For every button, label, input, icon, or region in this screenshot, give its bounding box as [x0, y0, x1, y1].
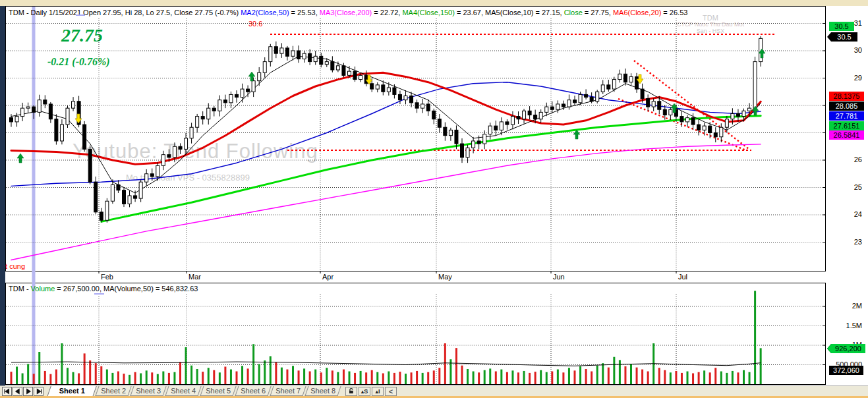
watermark-symbol-corner: TDM CTCP Nuoc Thu Dau Mot San - HSX [664, 14, 757, 34]
sheet-tab-7[interactable]: Sheet 7 [270, 386, 306, 396]
sheet-tab-3[interactable]: Sheet 3 [130, 386, 166, 396]
sheet-tab-5[interactable]: Sheet 5 [200, 386, 236, 396]
sheet-tab-label: Sheet 2 [98, 386, 129, 395]
volume-title-segment: Volume [31, 285, 55, 293]
lock-button[interactable] [345, 387, 357, 396]
price-title-segment: = 23.67, [455, 9, 485, 16]
volume-chart-pane[interactable] [5, 283, 826, 385]
first-icon [3, 387, 11, 395]
price-title-segment: = 27.75, [583, 9, 613, 16]
watermark-exchange: San - HSX [664, 28, 757, 34]
volume-title-segment: = 267,500.00, MA(Volume,50) = 546,832.63 [55, 285, 198, 293]
price-pane-title: TDM - Daily 1/15/2021 Open 27.95, Hi 28,… [9, 9, 687, 16]
last-price-display: 27.75 [61, 25, 103, 46]
sheet-tab-2[interactable]: Sheet 2 [95, 386, 131, 396]
watermark-company: CTCP Nuoc Thu Dau Mot [664, 21, 757, 28]
sheet-tab-6[interactable]: Sheet 6 [235, 386, 271, 396]
next-icon [24, 387, 32, 395]
sheet-tab-label: Sheet 1 [49, 386, 94, 395]
price-title-segment: MA4(Close,150) [402, 9, 454, 16]
price-chart-pane[interactable] [5, 6, 826, 271]
last-sheet-button[interactable] [34, 387, 43, 396]
price-title-segment: MA3(Close,200) [320, 9, 372, 16]
date-axis-strip [5, 271, 826, 283]
price-title-segment: TDM - Daily 1/15/2021 Open 27.95, Hi 28,… [9, 9, 241, 16]
title-cursor-dash [76, 14, 85, 16]
price-title-segment: MA6(Close,20) [613, 9, 661, 16]
sheet-tab-label: Sheet 3 [132, 386, 164, 395]
sheet-tab-4[interactable]: Sheet 4 [165, 386, 201, 396]
price-title-segment: = 25.53, [289, 9, 320, 16]
sheet-tab-label: Sheet 6 [237, 386, 269, 395]
first-sheet-button[interactable] [2, 387, 12, 396]
chart-application-window: TDM - Daily 1/15/2021 Open 27.95, Hi 28,… [0, 0, 868, 398]
volume-title-cursor-dash [94, 293, 104, 295]
interval-button[interactable]: ▴I [372, 387, 384, 396]
sheet-tab-label: Sheet 4 [167, 386, 199, 395]
price-axis-area [826, 6, 868, 385]
sheet-tab-label: Sheet 7 [272, 386, 304, 395]
sheet-tab-8[interactable]: Sheet 8 [304, 386, 341, 396]
left-window-border [0, 6, 5, 398]
price-title-segment: = 26.53 [661, 9, 687, 16]
scale-button[interactable]: ▴S [359, 387, 370, 396]
volume-pane-title: TDM - Volume = 267,500.00, MA(Volume,50)… [9, 285, 198, 293]
price-change-display: -0.21 (-0.76%) [47, 56, 110, 68]
last-icon [34, 387, 43, 395]
watermark-main: Youtube: Trend Following [72, 140, 318, 163]
price-title-segment: Close [564, 9, 583, 16]
sheet-tab-label: Sheet 5 [202, 386, 234, 395]
top-toolbar-strip [0, 0, 868, 6]
watermark-sub: Mo tai khoan VPS - 0355828899 [126, 173, 250, 183]
price-title-segment: MA5(Close,10) [485, 9, 533, 16]
price-title-segment: = 22.72, [372, 9, 402, 16]
sheet-tab-1[interactable]: Sheet 1 [47, 386, 97, 397]
prev-sheet-button[interactable] [13, 387, 22, 396]
price-title-segment: = 27.15, [533, 9, 564, 16]
resistance-line-label: 30.6 [248, 20, 262, 28]
lock-icon [348, 387, 355, 395]
prev-icon [13, 387, 22, 395]
collapse-tabs-button[interactable]: < [385, 387, 397, 396]
next-sheet-button[interactable] [23, 387, 33, 396]
sheet-tab-label: Sheet 8 [307, 386, 339, 395]
price-title-segment: MA2(Close,50) [241, 9, 289, 16]
volume-title-segment: TDM - [9, 285, 31, 293]
